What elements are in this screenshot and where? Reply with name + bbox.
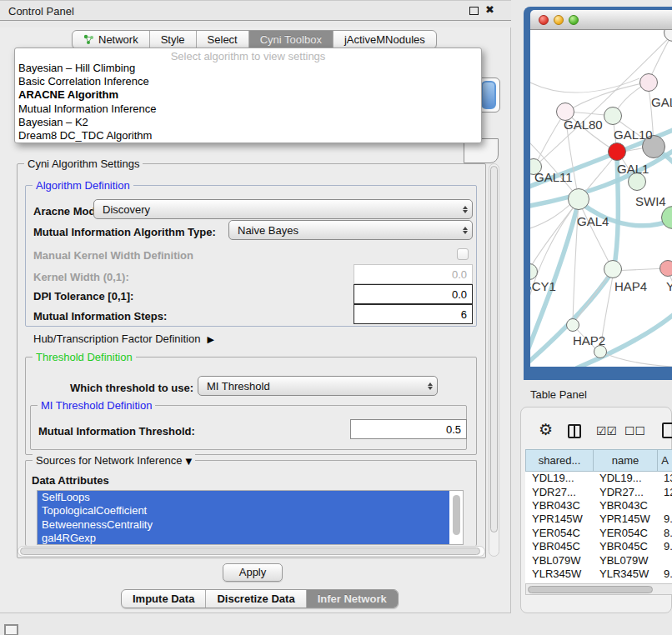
- close-icon[interactable]: ✖: [485, 3, 494, 16]
- minimize-traffic-light[interactable]: [554, 15, 564, 25]
- dropdown-item-aracne[interactable]: ARACNE Algorithm: [15, 88, 481, 102]
- tab-jactivemnodules[interactable]: jActiveMNodules: [333, 31, 436, 48]
- column-header-name[interactable]: name: [594, 450, 658, 472]
- control-panel-titlebar: Control Panel ✖: [0, 0, 511, 21]
- close-traffic-light[interactable]: [539, 15, 549, 25]
- dropdown-item-mutual-information[interactable]: Mutual Information Inference: [15, 102, 481, 116]
- which-threshold-combo[interactable]: MI Threshold: [198, 376, 438, 396]
- dropdown-prompt: Select algorithm to view settings: [15, 48, 481, 62]
- table-row[interactable]: YBR043CYBR043C: [526, 498, 672, 512]
- combo-spinner-icon: [459, 227, 472, 234]
- bottom-tabbar: Impute Data Discretize Data Infer Networ…: [121, 589, 399, 608]
- apply-button[interactable]: Apply: [223, 563, 283, 582]
- mi-threshold-group-title: MI Threshold Definition: [38, 399, 155, 412]
- table-row[interactable]: YDL19...YDL19...13: [526, 472, 672, 485]
- tab-network-label: Network: [98, 33, 138, 46]
- attribute-selfloops[interactable]: SelfLoops: [38, 491, 449, 504]
- gear-icon[interactable]: ⚙: [539, 420, 553, 438]
- control-panel-bottom-border: [0, 612, 511, 613]
- combo-spinner-icon: [459, 206, 472, 213]
- table-row[interactable]: YLR345WYLR345W9.: [526, 567, 672, 580]
- mi-steps-input[interactable]: 6: [354, 304, 473, 324]
- manual-kernel-label: Manual Kernel Width Definition: [33, 249, 193, 262]
- table-row[interactable]: YBR045CYBR045C9.: [526, 539, 672, 552]
- dropdown-item-bayesian-k2[interactable]: Bayesian – K2: [15, 116, 481, 129]
- table-file-icon[interactable]: [662, 422, 672, 438]
- tab-select[interactable]: Select: [197, 31, 249, 48]
- network-window-titlebar[interactable]: [530, 10, 672, 30]
- network-icon: [83, 34, 94, 45]
- node-label-gal80: GAL80: [564, 118, 603, 132]
- table-horizontal-scrollbar[interactable]: [525, 583, 672, 595]
- node-hap2[interactable]: [566, 318, 579, 332]
- node-label-gal11: GAL11: [534, 170, 573, 184]
- select-all-checkboxes-icon[interactable]: ☑☑: [596, 424, 617, 438]
- attribute-topologicalcoefficient[interactable]: TopologicalCoefficient: [38, 504, 449, 518]
- table-panel-title: Table Panel: [530, 388, 587, 401]
- column-header-shared-name[interactable]: shared...: [526, 450, 594, 472]
- node-label-hap4: HAP4: [614, 279, 647, 293]
- node-label-gal4: GAL4: [577, 214, 609, 228]
- collapse-down-icon: ▼: [186, 457, 193, 466]
- mi-type-combo[interactable]: Naive Bayes: [228, 220, 473, 240]
- cyni-settings-group-title: Cyni Algorithm Settings: [24, 158, 143, 170]
- node-y-pink[interactable]: [659, 260, 672, 277]
- manual-kernel-checkbox[interactable]: [457, 248, 469, 260]
- node-table: shared... name A YDL19...YDL19...13 YDR2…: [525, 449, 672, 594]
- node-label-gcy1: GCY1: [530, 279, 556, 293]
- mi-type-label: Mutual Information Algorithm Type:: [33, 226, 216, 238]
- node-gal4[interactable]: [568, 188, 589, 210]
- combo-focus-ring: [481, 81, 496, 109]
- dropdown-item-basic-correlation[interactable]: Basic Correlation Inference: [15, 75, 481, 88]
- tab-infer-network[interactable]: Infer Network: [307, 590, 398, 608]
- node-label-gal: GAL: [651, 95, 672, 109]
- tab-style[interactable]: Style: [150, 31, 197, 48]
- kernel-width-input[interactable]: 0.0: [354, 264, 473, 284]
- node-label-y: Y: [666, 279, 672, 293]
- collapsed-panel-icon[interactable]: [4, 624, 18, 635]
- algorithm-dropdown-popup: Select algorithm to view settings Bayesi…: [14, 48, 482, 143]
- vscroll-thumb[interactable]: [490, 166, 498, 532]
- attribute-gal4rgexp[interactable]: gal4RGexp: [38, 532, 449, 545]
- column-header-partial[interactable]: A: [658, 450, 672, 472]
- node-label-gal1: GAL1: [617, 162, 649, 176]
- table-row[interactable]: YBL079WYBL079W: [526, 553, 672, 567]
- settings-vertical-scrollbar[interactable]: [489, 163, 499, 557]
- hub-section-toggle[interactable]: Hub/Transcription Factor Definition▶: [33, 332, 214, 345]
- collapse-right-icon: ▶: [207, 334, 213, 345]
- settings-horizontal-scrollbar[interactable]: [18, 546, 485, 557]
- dropdown-item-bayesian-hill[interactable]: Bayesian – Hill Climbing: [15, 62, 481, 75]
- node-gal-pink[interactable]: [639, 73, 658, 92]
- table-row[interactable]: YER054CYER054C8.: [526, 526, 672, 539]
- mi-steps-label: Mutual Information Steps:: [33, 310, 167, 322]
- node-gal10[interactable]: [604, 107, 622, 125]
- tab-cyni-toolbox[interactable]: Cyni Toolbox: [249, 31, 333, 48]
- table-row[interactable]: YPR145WYPR145W9.: [526, 512, 672, 526]
- mi-threshold-label: Mutual Information Threshold:: [38, 425, 195, 438]
- threshold-definition-title: Threshold Definition: [33, 351, 136, 363]
- node-gal1-red[interactable]: [608, 142, 626, 161]
- list-scrollbar-thumb[interactable]: [453, 495, 460, 535]
- tab-impute-data[interactable]: Impute Data: [122, 590, 206, 608]
- mi-threshold-input[interactable]: 0.5: [350, 419, 467, 439]
- node-label-swi4: SWI4: [635, 194, 666, 208]
- columns-icon[interactable]: [568, 424, 581, 438]
- deselect-all-checkboxes-icon[interactable]: ☐☐: [624, 424, 645, 438]
- tab-discretize-data[interactable]: Discretize Data: [206, 590, 306, 608]
- control-panel-title: Control Panel: [8, 5, 74, 18]
- dropdown-item-dream8[interactable]: Dream8 DC_TDC Algorithm: [15, 129, 481, 142]
- dpi-tolerance-input[interactable]: 0.0: [354, 284, 473, 304]
- attribute-betweennesscentrality[interactable]: BetweennessCentrality: [38, 518, 449, 532]
- hscroll-thumb[interactable]: [20, 548, 480, 555]
- zoom-traffic-light[interactable]: [569, 15, 579, 25]
- data-attributes-list: SelfLoops TopologicalCoefficient Between…: [37, 490, 464, 545]
- tab-network[interactable]: Network: [73, 31, 150, 48]
- table-panel: ⚙ ☑☑ ☐☐ shared... name A YDL19...YDL19..…: [520, 407, 672, 613]
- network-canvas[interactable]: GAL GAL80 GAL10 GAL1 GAL11 SWI4 GAL4 GCY…: [530, 30, 672, 367]
- aracne-mode-combo[interactable]: Discovery: [93, 199, 473, 219]
- table-hscroll-thumb[interactable]: [528, 586, 653, 593]
- node-hap4[interactable]: [604, 260, 622, 278]
- sources-group-title[interactable]: Sources for Network Inference▼: [33, 454, 195, 467]
- float-window-icon[interactable]: [469, 7, 479, 15]
- table-row[interactable]: YDR27...YDR27...12: [526, 485, 672, 498]
